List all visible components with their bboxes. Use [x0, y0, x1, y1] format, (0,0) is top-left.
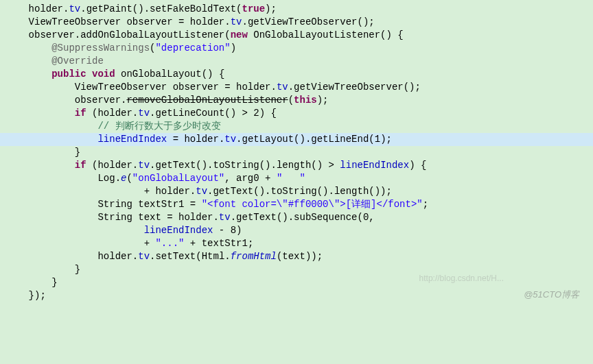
code-line: String textStr1 = "<font color=\"#ff0000… — [0, 198, 593, 211]
code-line: lineEndIndex - 8) — [0, 224, 593, 237]
code-line: } — [0, 146, 593, 159]
code-line: Log.e("onGlobalLayout", arg0 + " " — [0, 172, 593, 185]
code-line: if (holder.tv.getText().toString().lengt… — [0, 159, 593, 172]
code-line-highlighted: lineEndIndex = holder.tv.getLayout().get… — [0, 133, 593, 146]
code-line: if (holder.tv.getLineCount() > 2) { — [0, 107, 593, 120]
code-line: @Override — [0, 55, 593, 68]
code-line: } — [0, 263, 593, 276]
code-line: observer.removeGlobalOnLayoutListener(th… — [0, 94, 593, 107]
code-line: + holder.tv.getText().toString().length(… — [0, 185, 593, 198]
code-line: public void onGlobalLayout() { — [0, 68, 593, 81]
code-line: observer.addOnGlobalLayoutListener(new O… — [0, 29, 593, 42]
code-line: ViewTreeObserver observer = holder.tv.ge… — [0, 81, 593, 94]
code-line: ViewTreeObserver observer = holder.tv.ge… — [0, 16, 593, 29]
code-line: + "..." + textStr1; — [0, 237, 593, 250]
code-line: } — [0, 276, 593, 289]
code-line: String text = holder.tv.getText().subSeq… — [0, 211, 593, 224]
code-line: @SuppressWarnings("deprecation") — [0, 42, 593, 55]
code-line: holder.tv.setText(Html.fromHtml(text)); — [0, 250, 593, 263]
code-line: // 判断行数大于多少时改变 — [0, 120, 593, 133]
code-line: holder.tv.getPaint().setFakeBoldText(tru… — [0, 3, 593, 16]
code-line: }); — [0, 289, 593, 302]
code-block: holder.tv.getPaint().setFakeBoldText(tru… — [0, 0, 593, 305]
